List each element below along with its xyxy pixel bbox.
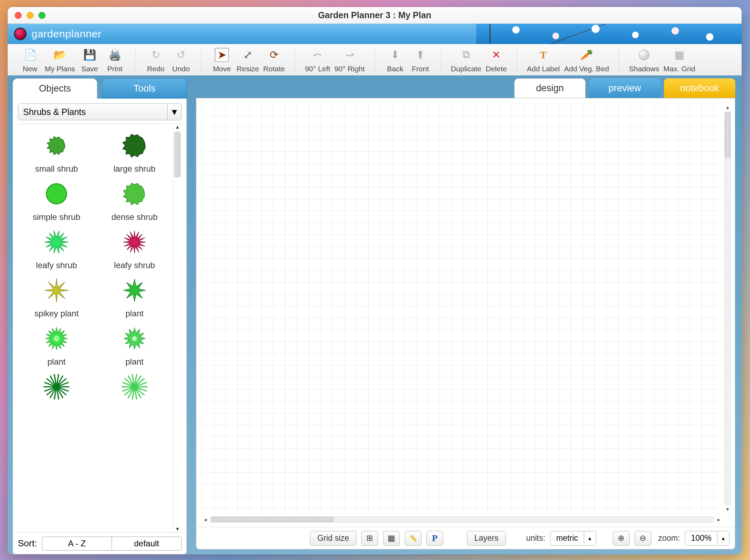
- tab-tools[interactable]: Tools: [102, 78, 187, 99]
- move-tool-button[interactable]: ➤Move: [209, 46, 234, 73]
- add-label-button[interactable]: TAdd Label: [525, 46, 562, 73]
- rotate-left-button[interactable]: ⤺90° Left: [303, 46, 332, 73]
- scroll-thumb[interactable]: [211, 517, 334, 522]
- workspace: Objects Tools Shrubs & Plants ▼ small sh…: [8, 76, 742, 554]
- save-button[interactable]: 💾Save: [77, 46, 102, 73]
- scroll-track[interactable]: [210, 516, 714, 523]
- object-item[interactable]: small shrub: [19, 130, 94, 174]
- new-label: New: [23, 65, 37, 73]
- banner-blossoms-art: [476, 24, 742, 44]
- shadows-button[interactable]: Shadows: [627, 46, 661, 73]
- tab-objects[interactable]: Objects: [13, 78, 97, 99]
- p-icon: P: [432, 533, 438, 544]
- canvas-v-scrollbar[interactable]: ▴ ▾: [722, 104, 733, 513]
- object-item[interactable]: [97, 371, 172, 405]
- properties-button[interactable]: P: [426, 531, 443, 546]
- add-veg-bed-button[interactable]: 🥕Add Veg. Bed: [562, 46, 611, 73]
- objects-scrollbar[interactable]: ▲ ▼: [173, 124, 182, 532]
- bring-front-button[interactable]: ⬆Front: [408, 46, 433, 73]
- redo-label: Redo: [147, 65, 164, 73]
- tab-design[interactable]: design: [514, 78, 586, 98]
- object-label: plant: [125, 357, 143, 367]
- object-label: plant: [47, 357, 65, 367]
- add-label-label: Add Label: [527, 65, 560, 73]
- zoom-label: zoom:: [658, 533, 680, 543]
- max-grid-button[interactable]: ▦Max. Grid: [661, 46, 697, 73]
- simple-shrub-icon: [39, 178, 74, 209]
- object-item[interactable]: leafy shrub: [19, 226, 94, 270]
- objects-panel: Shrubs & Plants ▼ small shrublarge shrub…: [13, 99, 187, 554]
- resize-icon: ⤢: [241, 48, 255, 62]
- object-item[interactable]: plant: [97, 323, 172, 367]
- resize-tool-button[interactable]: ⤢Resize: [234, 46, 261, 73]
- toolbar-separator: [201, 48, 201, 72]
- duplicate-button[interactable]: ⧉Duplicate: [449, 46, 484, 73]
- sort-label: Sort:: [18, 538, 37, 549]
- canvas-h-scrollbar[interactable]: ◂ ▸: [202, 514, 722, 525]
- scroll-up-icon[interactable]: ▴: [722, 104, 733, 111]
- scroll-track[interactable]: [724, 112, 731, 505]
- sort-default-button[interactable]: default: [112, 537, 181, 550]
- scroll-thumb[interactable]: [175, 132, 181, 177]
- grid-expand-icon: ▦: [672, 48, 686, 62]
- rotate-right-button[interactable]: ⤻90° Right: [332, 46, 367, 73]
- object-item[interactable]: spikey plant: [19, 274, 94, 318]
- spikey-plant-icon: [39, 274, 74, 306]
- design-canvas[interactable]: [202, 104, 721, 513]
- ruler-button[interactable]: 📏: [405, 531, 422, 546]
- large-shrub-icon: [117, 130, 152, 161]
- app-window: Garden Planner 3 : My Plan gardenplanner…: [8, 7, 742, 554]
- layers-button[interactable]: Layers: [467, 531, 506, 546]
- my-plans-button[interactable]: 📂My Plans: [43, 46, 77, 73]
- print-button[interactable]: 🖨️Print: [102, 46, 127, 73]
- redo-icon: ↻: [149, 48, 163, 62]
- svg-point-0: [47, 184, 67, 204]
- object-item[interactable]: dense shrub: [97, 178, 172, 222]
- undo-button[interactable]: ↺Undo: [168, 46, 193, 73]
- object-label: leafy shrub: [114, 260, 155, 270]
- dense-shrub-icon: [117, 178, 152, 209]
- scroll-up-icon[interactable]: ▲: [174, 124, 182, 130]
- object-label: large shrub: [113, 164, 155, 174]
- grid-size-button[interactable]: Grid size: [310, 531, 356, 546]
- scroll-down-icon[interactable]: ▾: [722, 506, 733, 513]
- object-item[interactable]: simple shrub: [19, 178, 94, 222]
- zoom-select[interactable]: 100% ▲: [685, 531, 729, 546]
- object-item[interactable]: plant: [19, 323, 94, 367]
- tab-preview[interactable]: preview: [589, 78, 660, 98]
- redo-button[interactable]: ↻Redo: [143, 46, 168, 73]
- right-tabs: design preview notebook: [196, 78, 735, 98]
- object-item[interactable]: plant: [97, 274, 172, 318]
- delete-button[interactable]: ✕Delete: [483, 46, 509, 73]
- save-label: Save: [81, 65, 98, 73]
- veg-bed-icon: 🥕: [580, 48, 594, 62]
- category-select[interactable]: Shrubs & Plants ▼: [18, 103, 182, 120]
- snap-grid-button[interactable]: ⊞: [361, 531, 378, 546]
- show-grid-button[interactable]: ▦: [383, 531, 400, 546]
- brand-text: gardenplanner: [31, 28, 101, 40]
- sphere-icon: [637, 48, 651, 62]
- sort-az-button[interactable]: A - Z: [42, 537, 112, 550]
- object-item[interactable]: [19, 371, 94, 405]
- object-label: leafy shrub: [36, 260, 77, 270]
- zoom-out-button[interactable]: ⊖: [635, 531, 651, 546]
- folder-icon: 📂: [53, 48, 67, 62]
- scroll-right-icon[interactable]: ▸: [715, 516, 722, 523]
- zoom-in-button[interactable]: ⊕: [613, 531, 630, 546]
- toolbar-separator: [135, 48, 135, 72]
- rotate-tool-button[interactable]: ⟳Rotate: [261, 46, 287, 73]
- units-select[interactable]: metric ▲: [550, 531, 596, 546]
- send-back-button[interactable]: ⬇Back: [383, 46, 408, 73]
- object-item[interactable]: leafy shrub: [97, 226, 172, 270]
- resize-label: Resize: [236, 65, 259, 73]
- tab-notebook[interactable]: notebook: [664, 78, 735, 98]
- scroll-left-icon[interactable]: ◂: [202, 516, 209, 523]
- leafy-shrub-red-icon: [117, 226, 152, 258]
- scroll-down-icon[interactable]: ▼: [174, 526, 182, 532]
- new-button[interactable]: 📄New: [17, 46, 43, 73]
- object-item[interactable]: large shrub: [97, 130, 172, 174]
- object-label: plant: [125, 309, 143, 318]
- cursor-icon: ➤: [215, 48, 229, 62]
- scroll-thumb[interactable]: [725, 112, 730, 158]
- plant-flower-icon: [117, 323, 152, 354]
